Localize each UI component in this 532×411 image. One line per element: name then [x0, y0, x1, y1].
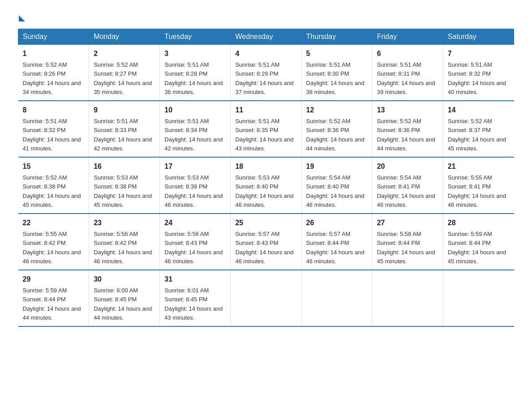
day-number: 8 [23, 105, 85, 116]
day-info: Sunrise: 5:51 AMSunset: 8:32 PMDaylight:… [23, 118, 81, 152]
day-info: Sunrise: 5:55 AMSunset: 8:42 PMDaylight:… [23, 231, 81, 265]
day-number: 1 [23, 48, 85, 59]
day-number: 18 [235, 161, 296, 172]
day-number: 28 [448, 218, 510, 228]
calendar-week-row: 22Sunrise: 5:55 AMSunset: 8:42 PMDayligh… [18, 214, 514, 270]
calendar-week-row: 1Sunrise: 5:52 AMSunset: 8:26 PMDaylight… [18, 45, 514, 101]
day-info: Sunrise: 5:51 AMSunset: 8:30 PMDaylight:… [306, 61, 365, 95]
day-info: Sunrise: 5:56 AMSunset: 8:42 PMDaylight:… [94, 231, 152, 265]
calendar-cell: 26Sunrise: 5:57 AMSunset: 8:44 PMDayligh… [301, 214, 372, 270]
day-number: 29 [23, 274, 85, 285]
day-number: 14 [448, 105, 510, 116]
day-number: 15 [23, 161, 85, 172]
day-number: 2 [94, 48, 155, 59]
day-info: Sunrise: 5:53 AMSunset: 8:38 PMDaylight:… [94, 174, 152, 208]
day-info: Sunrise: 5:52 AMSunset: 8:36 PMDaylight:… [377, 118, 435, 152]
day-number: 10 [164, 105, 226, 116]
calendar-cell: 14Sunrise: 5:52 AMSunset: 8:37 PMDayligh… [443, 101, 514, 157]
calendar-cell [301, 270, 372, 326]
day-info: Sunrise: 5:55 AMSunset: 8:41 PMDaylight:… [448, 174, 506, 208]
calendar-cell: 4Sunrise: 5:51 AMSunset: 8:29 PMDaylight… [231, 45, 301, 101]
day-info: Sunrise: 5:52 AMSunset: 8:27 PMDaylight:… [94, 61, 152, 95]
calendar-cell: 15Sunrise: 5:52 AMSunset: 8:38 PMDayligh… [18, 157, 89, 214]
day-info: Sunrise: 5:51 AMSunset: 8:28 PMDaylight:… [164, 61, 223, 95]
day-info: Sunrise: 5:57 AMSunset: 8:44 PMDaylight:… [306, 231, 365, 265]
day-info: Sunrise: 5:51 AMSunset: 8:31 PMDaylight:… [377, 61, 435, 95]
calendar-cell: 31Sunrise: 6:01 AMSunset: 8:45 PMDayligh… [160, 270, 231, 326]
day-number: 13 [377, 105, 438, 116]
calendar-cell: 12Sunrise: 5:52 AMSunset: 8:36 PMDayligh… [301, 101, 372, 157]
day-number: 22 [23, 218, 85, 228]
calendar-cell: 11Sunrise: 5:51 AMSunset: 8:35 PMDayligh… [231, 101, 301, 157]
calendar-cell: 13Sunrise: 5:52 AMSunset: 8:36 PMDayligh… [372, 101, 443, 157]
day-info: Sunrise: 5:58 AMSunset: 8:44 PMDaylight:… [377, 231, 435, 265]
header-friday: Friday [372, 29, 443, 45]
calendar-cell: 7Sunrise: 5:51 AMSunset: 8:32 PMDaylight… [443, 45, 514, 101]
day-number: 25 [235, 218, 296, 228]
day-number: 26 [306, 218, 368, 228]
day-info: Sunrise: 5:51 AMSunset: 8:34 PMDaylight:… [164, 118, 223, 152]
calendar-cell: 10Sunrise: 5:51 AMSunset: 8:34 PMDayligh… [160, 101, 231, 157]
day-info: Sunrise: 5:56 AMSunset: 8:43 PMDaylight:… [164, 231, 223, 265]
day-info: Sunrise: 5:59 AMSunset: 8:44 PMDaylight:… [448, 231, 506, 265]
calendar-cell: 8Sunrise: 5:51 AMSunset: 8:32 PMDaylight… [18, 101, 89, 157]
calendar-week-row: 29Sunrise: 5:59 AMSunset: 8:44 PMDayligh… [18, 270, 514, 326]
calendar-week-row: 8Sunrise: 5:51 AMSunset: 8:32 PMDaylight… [18, 101, 514, 157]
day-number: 9 [94, 105, 155, 116]
logo [18, 13, 25, 20]
day-number: 17 [164, 161, 226, 172]
calendar-cell: 27Sunrise: 5:58 AMSunset: 8:44 PMDayligh… [372, 214, 443, 270]
calendar-cell: 21Sunrise: 5:55 AMSunset: 8:41 PMDayligh… [443, 157, 514, 214]
day-info: Sunrise: 6:00 AMSunset: 8:45 PMDaylight:… [94, 287, 152, 321]
calendar-cell: 18Sunrise: 5:53 AMSunset: 8:40 PMDayligh… [231, 157, 301, 214]
calendar-cell: 24Sunrise: 5:56 AMSunset: 8:43 PMDayligh… [160, 214, 231, 270]
day-number: 4 [235, 48, 296, 59]
calendar-cell: 17Sunrise: 5:53 AMSunset: 8:39 PMDayligh… [160, 157, 231, 214]
calendar-cell: 22Sunrise: 5:55 AMSunset: 8:42 PMDayligh… [18, 214, 89, 270]
day-info: Sunrise: 5:54 AMSunset: 8:40 PMDaylight:… [306, 174, 365, 208]
calendar-cell: 16Sunrise: 5:53 AMSunset: 8:38 PMDayligh… [89, 157, 160, 214]
day-info: Sunrise: 5:59 AMSunset: 8:44 PMDaylight:… [23, 287, 81, 321]
day-info: Sunrise: 6:01 AMSunset: 8:45 PMDaylight:… [164, 287, 223, 321]
day-info: Sunrise: 5:52 AMSunset: 8:26 PMDaylight:… [23, 61, 81, 95]
day-info: Sunrise: 5:57 AMSunset: 8:43 PMDaylight:… [235, 231, 293, 265]
day-number: 3 [164, 48, 226, 59]
day-number: 21 [448, 161, 510, 172]
day-number: 27 [377, 218, 438, 228]
day-info: Sunrise: 5:52 AMSunset: 8:36 PMDaylight:… [306, 118, 365, 152]
calendar-cell: 25Sunrise: 5:57 AMSunset: 8:43 PMDayligh… [231, 214, 301, 270]
day-number: 20 [377, 161, 438, 172]
day-info: Sunrise: 5:53 AMSunset: 8:40 PMDaylight:… [235, 174, 293, 208]
day-info: Sunrise: 5:54 AMSunset: 8:41 PMDaylight:… [377, 174, 435, 208]
calendar-cell: 19Sunrise: 5:54 AMSunset: 8:40 PMDayligh… [301, 157, 372, 214]
day-info: Sunrise: 5:52 AMSunset: 8:37 PMDaylight:… [448, 118, 506, 152]
header-wednesday: Wednesday [231, 29, 301, 45]
day-number: 12 [306, 105, 368, 116]
calendar-week-row: 15Sunrise: 5:52 AMSunset: 8:38 PMDayligh… [18, 157, 514, 214]
day-info: Sunrise: 5:53 AMSunset: 8:39 PMDaylight:… [164, 174, 223, 208]
calendar-cell: 5Sunrise: 5:51 AMSunset: 8:30 PMDaylight… [301, 45, 372, 101]
day-number: 5 [306, 48, 368, 59]
header-thursday: Thursday [301, 29, 372, 45]
day-number: 11 [235, 105, 296, 116]
day-info: Sunrise: 5:51 AMSunset: 8:33 PMDaylight:… [94, 118, 152, 152]
calendar-cell [443, 270, 514, 326]
day-number: 24 [164, 218, 226, 228]
day-number: 30 [94, 274, 155, 285]
day-info: Sunrise: 5:52 AMSunset: 8:38 PMDaylight:… [23, 174, 81, 208]
calendar-cell: 23Sunrise: 5:56 AMSunset: 8:42 PMDayligh… [89, 214, 160, 270]
header-saturday: Saturday [443, 29, 514, 45]
day-info: Sunrise: 5:51 AMSunset: 8:32 PMDaylight:… [448, 61, 506, 95]
logo-arrow-icon [19, 15, 25, 21]
header-sunday: Sunday [18, 29, 89, 45]
calendar-cell: 20Sunrise: 5:54 AMSunset: 8:41 PMDayligh… [372, 157, 443, 214]
calendar-cell [231, 270, 301, 326]
day-number: 7 [448, 48, 510, 59]
header-tuesday: Tuesday [160, 29, 231, 45]
calendar-cell: 3Sunrise: 5:51 AMSunset: 8:28 PMDaylight… [160, 45, 231, 101]
calendar-cell: 9Sunrise: 5:51 AMSunset: 8:33 PMDaylight… [89, 101, 160, 157]
day-info: Sunrise: 5:51 AMSunset: 8:35 PMDaylight:… [235, 118, 293, 152]
calendar-cell: 1Sunrise: 5:52 AMSunset: 8:26 PMDaylight… [18, 45, 89, 101]
calendar-cell [372, 270, 443, 326]
calendar-cell: 30Sunrise: 6:00 AMSunset: 8:45 PMDayligh… [89, 270, 160, 326]
